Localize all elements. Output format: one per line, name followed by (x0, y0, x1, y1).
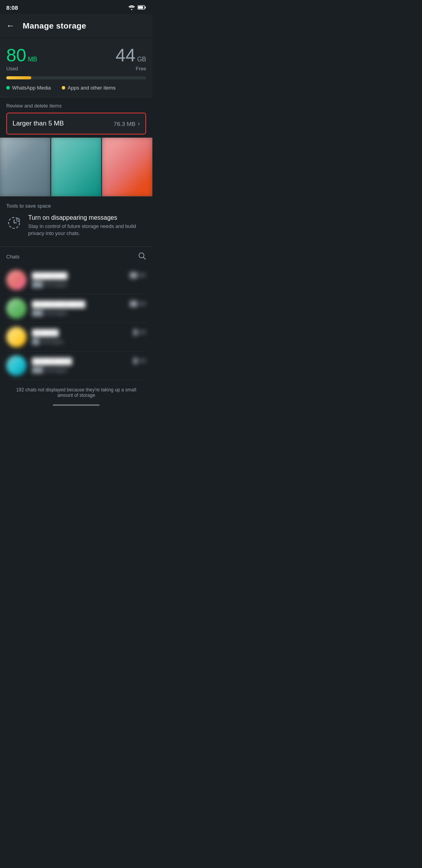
back-button[interactable]: ← (6, 21, 15, 31)
legend-whatsapp-media: WhatsApp Media (6, 85, 51, 91)
chat-sub-4: ███ messages (32, 367, 68, 373)
svg-line-7 (143, 258, 145, 260)
svg-point-0 (131, 9, 132, 10)
chat-name-3: ██████ (32, 329, 59, 336)
svg-rect-3 (138, 6, 143, 9)
home-bar (53, 404, 100, 406)
tools-item-text: Turn on disappearing messages Stay in co… (28, 214, 146, 237)
chat-sub-1: ███ messages (32, 282, 68, 287)
chat-name-2: ████████████ (32, 301, 85, 308)
toolbar: ← Manage storage (0, 14, 152, 38)
storage-used-label: Used (6, 66, 18, 72)
disappearing-messages-icon (6, 215, 22, 231)
status-icons (128, 5, 146, 10)
chat-content-1: ████████ ██ MB ███ messages (32, 272, 146, 288)
svg-rect-2 (145, 7, 146, 9)
timer-icon (7, 216, 21, 230)
chat-size-2: ██ MB (130, 301, 146, 308)
storage-free-label: Free (136, 66, 146, 72)
legend-label-apps: Apps and other items (68, 85, 116, 91)
storage-used-number: 80 (6, 46, 26, 64)
battery-icon (138, 5, 146, 10)
status-time: 8:08 (6, 4, 18, 11)
chat-item-1[interactable]: ████████ ██ MB ███ messages (6, 266, 146, 294)
tools-section-title: Tools to save space (6, 203, 146, 209)
media-thumb-3 (102, 138, 152, 196)
legend-apps-other: Apps and other items (62, 85, 116, 91)
media-preview-strip[interactable] (0, 138, 152, 196)
chats-search-button[interactable] (138, 251, 146, 262)
storage-free: 44 GB (116, 46, 146, 64)
storage-numbers: 80 MB 44 GB (6, 46, 146, 64)
storage-progress-fill (6, 76, 31, 79)
legend-dot-apps (62, 86, 65, 90)
storage-labels: Used Free (6, 66, 146, 72)
storage-card: 80 MB 44 GB Used Free WhatsApp Media App… (0, 38, 152, 97)
wifi-icon (128, 5, 135, 10)
chat-name-4: █████████ (32, 358, 72, 365)
storage-free-unit: GB (137, 56, 146, 63)
storage-free-number: 44 (116, 46, 136, 64)
review-item-label: Larger than 5 MB (13, 120, 64, 127)
larger-than-5mb-button[interactable]: Larger than 5 MB 76.3 MB › (6, 113, 146, 135)
legend-label-whatsapp: WhatsApp Media (12, 85, 51, 91)
review-section: Review and delete items Larger than 5 MB… (0, 97, 152, 138)
chat-avatar-3 (6, 327, 27, 347)
chat-sub-3: ██ messages (32, 339, 64, 344)
page-title: Manage storage (23, 21, 86, 30)
chat-item-2[interactable]: ████████████ ██ MB ███ messages (6, 294, 146, 323)
chat-content-2: ████████████ ██ MB ███ messages (32, 301, 146, 316)
chats-section-title: Chats (6, 254, 20, 260)
chat-name-1: ████████ (32, 272, 68, 279)
chat-size-3: █ MB (134, 329, 146, 336)
chat-item-3[interactable]: ██████ █ MB ██ messages (6, 323, 146, 352)
chat-content-3: ██████ █ MB ██ messages (32, 329, 146, 345)
chats-header: Chats (6, 251, 146, 262)
review-item-right: 76.3 MB › (114, 120, 140, 127)
media-thumb-2 (51, 138, 102, 196)
legend-dot-whatsapp (6, 86, 10, 90)
chat-sub-2: ███ messages (32, 310, 68, 316)
chats-section: Chats ████████ ██ MB ███ messages ██████… (0, 247, 152, 382)
chat-content-4: █████████ █ MB ███ messages (32, 358, 146, 373)
tools-section: Tools to save space Turn on disappearing… (0, 197, 152, 246)
home-indicator (0, 401, 152, 408)
chat-size-4: █ MB (134, 358, 146, 365)
chat-avatar-2 (6, 298, 27, 319)
chat-avatar-1 (6, 270, 27, 290)
review-section-title: Review and delete items (6, 103, 146, 109)
status-bar: 8:08 (0, 0, 152, 14)
media-thumb-1 (0, 138, 50, 196)
storage-used: 80 MB (6, 46, 37, 64)
storage-legend: WhatsApp Media Apps and other items (6, 85, 146, 91)
chat-size-1: ██ MB (130, 272, 146, 279)
chat-avatar-4 (6, 355, 27, 376)
tools-item-description: Stay in control of future storage needs … (28, 223, 146, 237)
tools-item-title: Turn on disappearing messages (28, 214, 146, 221)
review-item-size: 76.3 MB (114, 120, 136, 127)
chevron-right-icon: › (138, 120, 140, 127)
chat-item-4[interactable]: █████████ █ MB ███ messages (6, 352, 146, 380)
footer-note: 192 chats not displayed because they're … (0, 382, 152, 401)
disappearing-messages-item[interactable]: Turn on disappearing messages Stay in co… (6, 214, 146, 243)
storage-progress-bar (6, 76, 146, 79)
storage-used-unit: MB (28, 56, 37, 63)
